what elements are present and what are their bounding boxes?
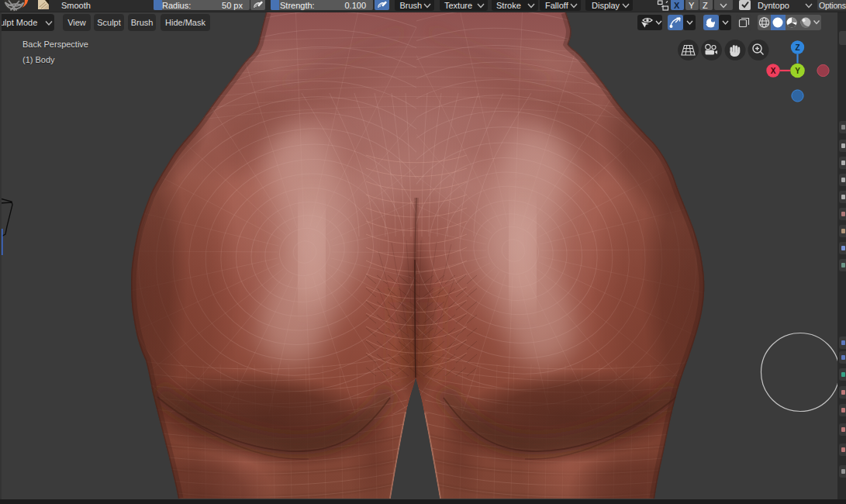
svg-text:X: X <box>771 67 776 75</box>
svg-text:Y: Y <box>795 67 800 75</box>
svg-text:Z: Z <box>795 43 799 52</box>
